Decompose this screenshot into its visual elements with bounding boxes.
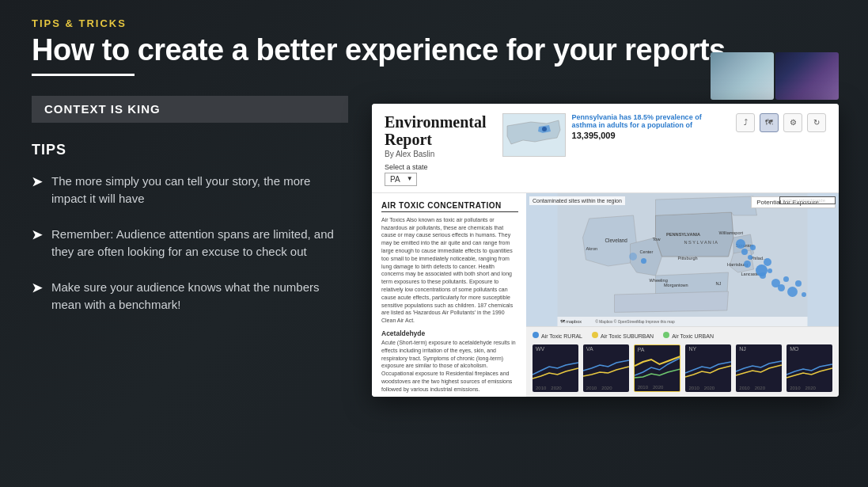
category-label: TIPS & TRICKS <box>32 17 836 29</box>
left-panel: CONTEXT IS KING TIPS ➤ The more simply y… <box>32 96 348 471</box>
share-button[interactable]: ⤴ <box>736 113 755 132</box>
tips-section: TIPS ➤ The more simply you can tell your… <box>32 142 348 471</box>
report-state-select[interactable]: PA <box>385 173 417 186</box>
legend-rural: Air Toxic RURAL <box>533 332 582 339</box>
chart-label-va: VA <box>586 346 593 352</box>
dot-4 <box>741 249 748 255</box>
report-title-block: Environmental Report By Alex Baslin Sele… <box>385 113 487 186</box>
pa-map-mini <box>502 113 566 157</box>
report-header: Environmental Report By Alex Baslin Sele… <box>372 104 839 193</box>
charts-container: WV 20102020 <box>533 344 832 392</box>
chart-mo: MO 20102020 <box>787 344 832 392</box>
tip-text-3: Make sure your audience knows what the n… <box>51 279 348 314</box>
legend-dot-urban <box>663 332 669 338</box>
pa-info-block: Pennsylvania has 18.5% prevalence of ast… <box>502 113 720 157</box>
legend-urban: Air Toxic URBAN <box>663 332 714 339</box>
report-toolbar: ⤴ 🗺 ⚙ ↻ <box>736 113 826 132</box>
content-wrapper: TIPS & TRICKS How to create a better exp… <box>0 0 868 487</box>
chart-years-ny: 20102020 <box>688 386 714 390</box>
report-subtitle-acetaldehyde: Acetaldehyde <box>381 329 518 337</box>
contamination-dots <box>526 193 839 326</box>
dot-10 <box>760 272 766 279</box>
pa-stat-text: Pennsylvania has 18.5% prevalence of ast… <box>572 113 702 129</box>
tip-item-1: ➤ The more simply you can tell your stor… <box>32 173 348 208</box>
report-body-text-2: Acute (Short-term) exposure to acetaldeh… <box>381 339 518 394</box>
report-title: Environmental Report <box>385 113 487 148</box>
report-body-text-1: Air Toxics Also known as toxic air pollu… <box>381 216 518 325</box>
dot-5 <box>748 255 752 260</box>
dot-9 <box>764 258 771 266</box>
deco-image-1 <box>711 52 774 100</box>
chart-years-mo: 20102020 <box>790 386 816 390</box>
chart-legend: Air Toxic RURAL Air Toxic SUBURBAN Air T… <box>533 332 832 339</box>
legend-suburban: Air Toxic SUBURBAN <box>592 332 654 339</box>
refresh-button[interactable]: ↻ <box>807 113 826 132</box>
decorative-images <box>711 52 839 100</box>
tip-text-1: The more simply you can tell your story,… <box>51 173 348 208</box>
right-panel: Environmental Report By Alex Baslin Sele… <box>372 96 839 471</box>
tip-item-3: ➤ Make sure your audience knows what the… <box>32 279 348 314</box>
chart-years-pa: 20102020 <box>638 385 664 390</box>
chart-years-va: 20102020 <box>586 386 612 390</box>
chart-pa: PA 20102020 <box>634 344 681 392</box>
tip-arrow-1: ➤ <box>32 174 42 189</box>
chart-label-ny: NY <box>688 346 696 352</box>
dot-13 <box>778 284 785 291</box>
chart-years-wv: 20102020 <box>536 386 562 390</box>
settings-button[interactable]: ⚙ <box>783 113 802 132</box>
chart-nj: NJ 20102020 <box>736 344 782 392</box>
tip-arrow-2: ➤ <box>32 227 42 242</box>
context-banner: CONTEXT IS KING <box>32 96 348 123</box>
chart-ny: NY 20102020 <box>685 344 731 392</box>
dot-16 <box>795 280 802 287</box>
pa-stats: Pennsylvania has 18.5% prevalence of ast… <box>572 113 720 140</box>
tip-arrow-3: ➤ <box>32 280 42 295</box>
chart-dropdown[interactable]: Carbon tetrachloride <box>779 196 836 204</box>
legend-dot-suburban <box>592 332 598 338</box>
chart-years-nj: 20102020 <box>739 386 765 390</box>
legend-dot-rural <box>533 332 539 338</box>
tip-text-2: Remember: Audience attention spans are l… <box>51 226 348 261</box>
chart-wv: WV 20102020 <box>533 344 578 392</box>
chart-label-wv: WV <box>536 346 544 352</box>
dot-1 <box>629 253 637 261</box>
tips-heading: TIPS <box>32 142 348 158</box>
dot-6 <box>744 261 751 268</box>
svg-point-1 <box>542 127 547 131</box>
dot-7 <box>750 245 756 250</box>
report-byline: By Alex Baslin <box>385 150 487 158</box>
chart-label-nj: NJ <box>739 346 746 352</box>
dot-14 <box>783 276 789 282</box>
report-body: AIR TOXIC CONCENTRATION Air Toxics Also … <box>372 193 839 397</box>
dot-15 <box>787 287 798 297</box>
dot-11 <box>768 268 772 273</box>
chart-label-mo: MO <box>790 346 798 352</box>
report-card: Environmental Report By Alex Baslin Sele… <box>372 104 839 397</box>
report-charts-row: Air Toxic RURAL Air Toxic SUBURBAN Air T… <box>526 326 839 397</box>
deco-image-2 <box>775 52 839 100</box>
main-layout: CONTEXT IS KING TIPS ➤ The more simply y… <box>32 96 836 471</box>
report-map-column: Cleveland Akron Tow PENNSYLVANIA N S Y L… <box>526 193 839 397</box>
context-banner-text: CONTEXT IS KING <box>44 102 161 116</box>
chart-va: VA 20102020 <box>583 344 629 392</box>
title-underline <box>32 74 135 76</box>
chart-label-pa: PA <box>638 347 645 352</box>
map-contamination-label: Contaminated sites within the region <box>529 196 625 205</box>
tip-item-2: ➤ Remember: Audience attention spans are… <box>32 226 348 261</box>
report-state-label: Select a state <box>385 163 487 171</box>
map-area[interactable]: Cleveland Akron Tow PENNSYLVANIA N S Y L… <box>526 193 839 326</box>
dot-3 <box>736 239 745 249</box>
dot-17 <box>802 292 806 297</box>
report-section-title: AIR TOXIC CONCENTRATION <box>381 201 518 212</box>
report-text-column: AIR TOXIC CONCENTRATION Air Toxics Also … <box>372 193 526 397</box>
dot-2 <box>641 258 646 264</box>
pa-population: 13,395,009 <box>572 131 720 140</box>
map-button[interactable]: 🗺 <box>760 113 779 132</box>
